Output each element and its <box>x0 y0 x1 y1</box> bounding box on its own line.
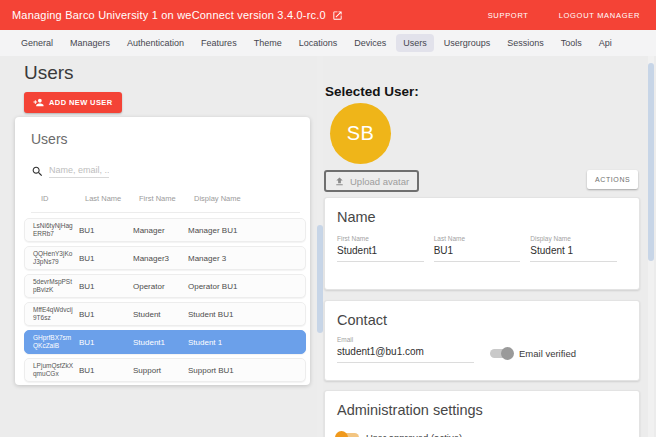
search-icon <box>31 165 44 178</box>
col-header-first-name: First Name <box>139 194 194 203</box>
open-in-new-icon[interactable] <box>332 10 343 21</box>
admin-card-title: Administration settings <box>337 402 627 418</box>
cell-id: QQHenY3jKoJ3pNs79 <box>25 250 79 266</box>
table-row-selected[interactable]: GHprfBX7smQKcZaiB BU1 Student1 Student 1 <box>24 330 306 354</box>
tab-users[interactable]: Users <box>396 34 434 52</box>
left-panel-scrollbar[interactable] <box>317 56 323 437</box>
app-title: Managing Barco University 1 on weConnect… <box>12 9 326 21</box>
page-title: Users <box>24 62 74 84</box>
user-search-input[interactable] <box>49 164 109 178</box>
email-label: Email <box>337 336 474 343</box>
cell-id: LsNi6tyNjHagERRb7 <box>25 222 79 238</box>
person-add-icon <box>33 97 44 108</box>
cell-first-name: Manager3 <box>133 254 188 263</box>
col-header-id: ID <box>31 194 85 203</box>
users-list-card: Users ID Last Name First Name Display Na… <box>15 117 310 385</box>
first-name-label: First Name <box>337 235 424 242</box>
avatar-initials: SB <box>347 122 375 145</box>
col-header-last-name: Last Name <box>85 194 139 203</box>
tab-managers[interactable]: Managers <box>63 34 117 52</box>
support-link[interactable]: SUPPORT <box>488 11 529 20</box>
email-verified-toggle[interactable]: Email verified <box>490 348 576 359</box>
tab-api[interactable]: Api <box>592 34 619 52</box>
name-card: Name First Name Student1 Last Name BU1 D… <box>324 197 640 290</box>
right-panel-scrollbar[interactable] <box>648 56 654 437</box>
cell-first-name: Support <box>133 366 188 375</box>
cell-last-name: BU1 <box>79 254 133 263</box>
tab-locations[interactable]: Locations <box>292 34 345 52</box>
cell-id: 5devrMspPStpBvizK <box>25 278 79 294</box>
cell-last-name: BU1 <box>79 338 133 347</box>
cell-display-name: Operator BU1 <box>188 282 305 291</box>
email-field[interactable]: Email student1@bu1.com <box>337 336 474 363</box>
table-row[interactable]: LPjumQsfZkXqmuCGx BU1 Support Support BU… <box>24 358 306 382</box>
email-verified-label: Email verified <box>519 348 576 359</box>
table-row[interactable]: 5devrMspPStpBvizK BU1 Operator Operator … <box>24 274 306 298</box>
first-name-value[interactable]: Student1 <box>337 242 424 262</box>
left-scrollbar-thumb[interactable] <box>317 225 323 333</box>
actions-button[interactable]: ACTIONS <box>587 170 638 189</box>
last-name-field[interactable]: Last Name BU1 <box>434 235 521 262</box>
last-name-label: Last Name <box>434 235 521 242</box>
cell-last-name: BU1 <box>79 366 133 375</box>
cell-last-name: BU1 <box>79 282 133 291</box>
selected-user-heading: Selected User: <box>325 84 419 99</box>
cell-display-name: Student 1 <box>188 338 305 347</box>
cell-first-name: Student1 <box>133 338 188 347</box>
upload-avatar-label: Upload avatar <box>350 176 409 187</box>
name-card-title: Name <box>337 209 627 225</box>
tab-tools[interactable]: Tools <box>554 34 589 52</box>
avatar: SB <box>330 103 391 164</box>
contact-card-title: Contact <box>337 312 627 328</box>
logout-link[interactable]: LOGOUT MANAGER <box>559 11 640 20</box>
cell-display-name: Manager BU1 <box>188 226 305 235</box>
toggle-off-icon[interactable] <box>490 349 512 358</box>
cell-id: LPjumQsfZkXqmuCGx <box>25 362 79 378</box>
table-rows: LsNi6tyNjHagERRb7 BU1 Manager Manager BU… <box>15 218 310 382</box>
cell-display-name: Student BU1 <box>188 310 305 319</box>
search-row <box>31 164 310 178</box>
tab-features[interactable]: Features <box>194 34 244 52</box>
display-name-field[interactable]: Display Name Student 1 <box>530 235 617 262</box>
display-name-label: Display Name <box>530 235 617 242</box>
users-card-title: Users <box>15 131 310 147</box>
email-value[interactable]: student1@bu1.com <box>337 343 474 363</box>
tab-devices[interactable]: Devices <box>347 34 393 52</box>
user-approved-label: User approved (active) <box>366 432 462 437</box>
cell-id: MffE4qWdvcij9T6sz <box>25 306 79 322</box>
add-new-user-label: ADD NEW USER <box>49 98 113 107</box>
tab-usergroups[interactable]: Usergroups <box>437 34 498 52</box>
table-row[interactable]: QQHenY3jKoJ3pNs79 BU1 Manager3 Manager 3 <box>24 246 306 270</box>
cell-first-name: Student <box>133 310 188 319</box>
tab-general[interactable]: General <box>14 34 60 52</box>
upload-avatar-button[interactable]: Upload avatar <box>324 170 419 192</box>
display-name-value[interactable]: Student 1 <box>530 242 617 262</box>
cell-id: GHprfBX7smQKcZaiB <box>25 334 79 350</box>
cell-display-name: Manager 3 <box>188 254 305 263</box>
contact-card: Contact Email student1@bu1.com Email ver… <box>324 300 640 381</box>
tab-authentication[interactable]: Authentication <box>120 34 191 52</box>
nav-tabs: General Managers Authentication Features… <box>0 30 656 56</box>
user-approved-toggle[interactable]: User approved (active) <box>337 432 627 437</box>
table-header: ID Last Name First Name Display Name <box>31 194 300 213</box>
add-new-user-button[interactable]: ADD NEW USER <box>24 92 122 113</box>
col-header-display-name: Display Name <box>194 194 300 203</box>
cell-display-name: Support BU1 <box>188 366 305 375</box>
tab-theme[interactable]: Theme <box>247 34 289 52</box>
upload-icon <box>334 176 345 187</box>
name-fields: First Name Student1 Last Name BU1 Displa… <box>337 235 627 262</box>
last-name-value[interactable]: BU1 <box>434 242 521 262</box>
right-scrollbar-thumb[interactable] <box>648 63 654 261</box>
first-name-field[interactable]: First Name Student1 <box>337 235 424 262</box>
tab-sessions[interactable]: Sessions <box>500 34 551 52</box>
administration-settings-card: Administration settings User approved (a… <box>324 390 640 437</box>
cell-first-name: Manager <box>133 226 188 235</box>
contact-row: Email student1@bu1.com Email verified <box>337 336 627 363</box>
cell-first-name: Operator <box>133 282 188 291</box>
cell-last-name: BU1 <box>79 226 133 235</box>
table-row[interactable]: LsNi6tyNjHagERRb7 BU1 Manager Manager BU… <box>24 218 306 242</box>
cell-last-name: BU1 <box>79 310 133 319</box>
table-row[interactable]: MffE4qWdvcij9T6sz BU1 Student Student BU… <box>24 302 306 326</box>
app-bar: Managing Barco University 1 on weConnect… <box>0 0 656 30</box>
toggle-on-icon[interactable] <box>337 433 359 437</box>
